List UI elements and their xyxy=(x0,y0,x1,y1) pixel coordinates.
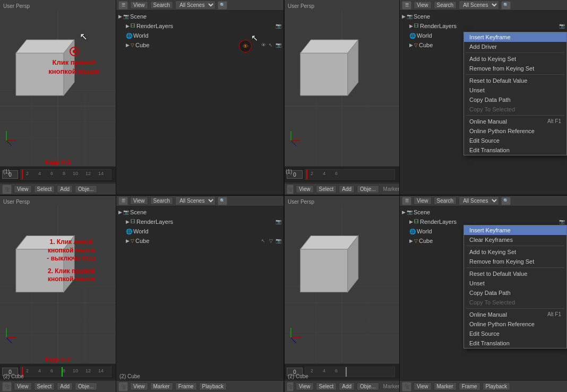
bl-ol-view-btn[interactable]: View xyxy=(130,197,148,205)
tl-timeline[interactable]: 2 4 6 8 10 12 14 xyxy=(0,166,116,183)
tr-view-btn[interactable]: View xyxy=(296,185,314,193)
br-marker-btn[interactable]: Marker xyxy=(383,384,399,389)
ctx-br-add-keying[interactable]: Add to Keying Set xyxy=(464,247,566,257)
ctx-tr-reset[interactable]: Reset to Default Value xyxy=(464,76,566,85)
bl-select-btn[interactable]: Select xyxy=(34,382,55,390)
ctx-br-copy-path[interactable]: Copy Data Path xyxy=(464,288,566,298)
br-ol-view2-btn[interactable]: View xyxy=(414,382,432,390)
tr-marker-btn[interactable]: Marker xyxy=(383,186,399,192)
br-ol-search-btn[interactable]: Search xyxy=(434,197,457,205)
br-obje-btn[interactable]: Obje... xyxy=(357,382,379,390)
bl-ol-cube-cursor[interactable]: ↖ xyxy=(260,238,267,244)
bl-ol-playback-btn[interactable]: Playback xyxy=(199,382,227,390)
bl-obje-btn[interactable]: Obje... xyxy=(75,382,97,390)
bl-ol-bottom: 🎥 View Marker Frame Playback xyxy=(116,380,284,392)
tl-ol-list-icon[interactable]: ☰ xyxy=(118,1,128,10)
tl-frame-input[interactable] xyxy=(2,170,18,179)
ctx-tr-add-driver[interactable]: Add Driver xyxy=(464,42,566,51)
tl-eye-icon[interactable]: 👁 xyxy=(243,43,248,49)
ctx-br-unset[interactable]: Unset xyxy=(464,278,566,288)
br-ol-frame-btn[interactable]: Frame xyxy=(459,382,480,390)
ctx-br-remove-keying[interactable]: Remove from Keying Set xyxy=(464,257,566,266)
br-ol-scenes-select[interactable]: All Scenes xyxy=(459,196,499,205)
br-ol-playback-btn[interactable]: Playback xyxy=(483,382,511,390)
tr-select-btn[interactable]: Select xyxy=(316,185,337,193)
tl-select-btn[interactable]: Select xyxy=(34,185,55,193)
ctx-tr-edit-source[interactable]: Edit Source xyxy=(464,136,566,145)
ctx-br-insert-keyframe[interactable]: Insert Keyframe xyxy=(464,225,566,235)
ctx-br-edit-source[interactable]: Edit Source xyxy=(464,329,566,338)
bl-ol-cube-cam[interactable]: 📷 xyxy=(275,238,281,244)
tl-outliner-body: ▶ 📷 Scene ▶ 🎞 RenderLayers 📷 🌐 World xyxy=(116,11,284,195)
bl-scene-svg xyxy=(0,206,116,363)
tl-ol-cube-eye[interactable]: 👁 xyxy=(260,42,267,48)
br-ol-scene-label: Scene xyxy=(414,209,430,215)
tl-view-btn[interactable]: View xyxy=(14,185,32,193)
br-persp-label: User Persp xyxy=(288,198,314,206)
br-ol-search-icon[interactable]: 🔍 xyxy=(501,197,511,205)
tl-obje-btn[interactable]: Obje... xyxy=(75,185,97,193)
bl-ol-view2-btn[interactable]: View xyxy=(130,382,148,390)
tl-ol-cube-cursor[interactable]: ↖ xyxy=(268,42,274,48)
tr-add-btn[interactable]: Add xyxy=(339,185,355,193)
tr-frame-input[interactable] xyxy=(287,170,303,179)
bl-ol-marker-btn[interactable]: Marker xyxy=(150,382,173,390)
tr-ol-rl-cam[interactable]: 📷 xyxy=(559,23,565,29)
ctx-tr-add-keying[interactable]: Add to Keying Set xyxy=(464,54,566,64)
tl-ol-scenes-select[interactable]: All Scenes xyxy=(175,1,216,10)
bl-ol-list-icon[interactable]: ☰ xyxy=(118,197,128,205)
tl-ol-search-icon[interactable]: 🔍 xyxy=(218,1,227,10)
tr-persp-label: User Persp xyxy=(288,2,314,10)
tl-ol-search-btn[interactable]: Search xyxy=(150,1,174,9)
ctx-br-python-ref[interactable]: Online Python Reference xyxy=(464,319,566,329)
ctx-tr-unset[interactable]: Unset xyxy=(464,85,566,95)
bl-ol-search-icon[interactable]: 🔍 xyxy=(218,197,227,205)
bl-ol-search-btn[interactable]: Search xyxy=(150,197,174,205)
ctx-br-reset[interactable]: Reset to Default Value xyxy=(464,269,566,278)
ctx-tr-insert-keyframe[interactable]: Insert Keyframe xyxy=(464,32,566,42)
bl-ol-frame-btn[interactable]: Frame xyxy=(175,382,197,390)
bl-view-btn[interactable]: View xyxy=(14,382,32,390)
tr-obje-btn[interactable]: Obje... xyxy=(357,185,379,193)
bl-add-btn[interactable]: Add xyxy=(57,382,73,390)
br-ol-list-icon[interactable]: ☰ xyxy=(402,197,411,205)
tr-timeline[interactable]: 2 4 6 xyxy=(285,166,399,183)
bl-ol-cube-icon: ▽ xyxy=(131,238,134,243)
br-select-btn[interactable]: Select xyxy=(316,382,337,390)
bl-ol-scenes-select[interactable]: All Scenes xyxy=(175,196,216,205)
ctx-br-edit-translation[interactable]: Edit Translation xyxy=(464,338,566,348)
bl-ol-cube-tri[interactable]: ▽ xyxy=(268,238,274,244)
ctx-br-online-manual[interactable]: Online ManualAlt F1 xyxy=(464,310,566,319)
tr-outliner: ☰ View Search All Scenes 🔍 ▶ 📷 Scene ▶ 🎞… xyxy=(399,0,567,195)
ctx-br-clear-keyframes[interactable]: Clear Keyframes xyxy=(464,235,566,245)
tr-ol-search-icon[interactable]: 🔍 xyxy=(501,1,511,10)
kadr1-label: Кадр №1 xyxy=(0,158,116,165)
ctx-br-copy-selected: Copy To Selected xyxy=(464,298,566,307)
ctx-tr-remove-keying[interactable]: Remove from Keying Set xyxy=(464,64,566,73)
bl-outliner: ☰ View Search All Scenes 🔍 ▶ 📷 Scene ▶ 🎞… xyxy=(116,196,284,392)
tr-ol-search-btn[interactable]: Search xyxy=(434,1,457,9)
tl-track: 2 4 6 8 10 12 14 xyxy=(20,169,111,180)
ctx-tr-online-manual[interactable]: Online ManualAlt F1 xyxy=(464,117,566,126)
tl-ol-rl-act1[interactable]: 📷 xyxy=(275,23,281,29)
ctx-tr-edit-translation[interactable]: Edit Translation xyxy=(464,145,566,155)
ctx-tr-sep2 xyxy=(466,74,564,75)
br-add-btn[interactable]: Add xyxy=(339,382,355,390)
tl-bottom-bar: 🎥 View Select Add Obje... xyxy=(0,183,116,195)
bl-ol-world-icon: 🌐 xyxy=(126,229,132,234)
tl-add-btn[interactable]: Add xyxy=(57,185,73,193)
tr-ol-world-icon: 🌐 xyxy=(409,33,416,39)
tl-ol-cube-render[interactable]: 📷 xyxy=(275,42,281,48)
tr-ol-list-icon[interactable]: ☰ xyxy=(402,1,411,10)
ctx-tr-python-ref[interactable]: Online Python Reference xyxy=(464,126,566,136)
tr-ol-view-btn[interactable]: View xyxy=(414,1,432,9)
tr-ol-scenes-select[interactable]: All Scenes xyxy=(459,1,499,10)
tl-ol-view-btn[interactable]: View xyxy=(130,1,148,9)
br-view-btn[interactable]: View xyxy=(296,382,314,390)
top-row: User Persp Meters xyxy=(0,0,567,196)
br-ol-rl-cam[interactable]: 📷 xyxy=(559,219,565,225)
br-ol-view-btn[interactable]: View xyxy=(414,197,432,205)
bl-ol-rl-cam[interactable]: 📷 xyxy=(275,219,281,225)
br-ol-marker-btn[interactable]: Marker xyxy=(434,382,457,390)
ctx-tr-copy-path[interactable]: Copy Data Path xyxy=(464,95,566,104)
